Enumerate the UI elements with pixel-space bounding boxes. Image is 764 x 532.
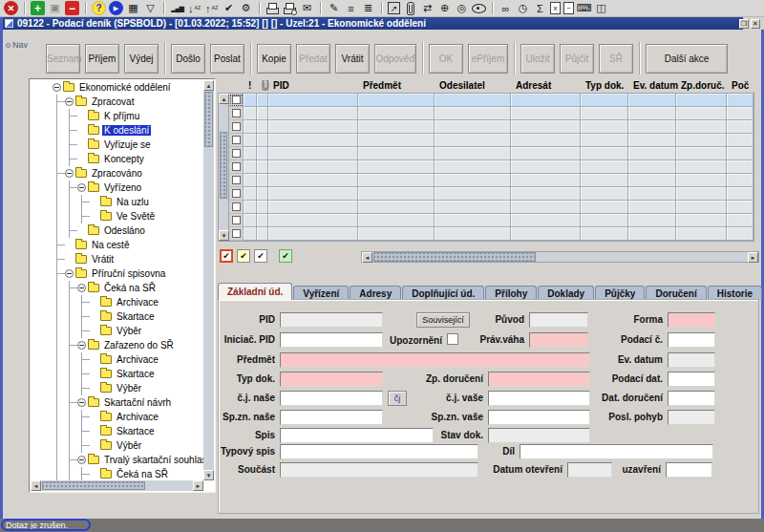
cell-col-priority[interactable] xyxy=(244,214,257,227)
our-file-mark-field[interactable] xyxy=(280,410,383,425)
cell-col-delivery[interactable] xyxy=(676,134,727,147)
cell-col-addressee[interactable] xyxy=(511,147,581,160)
tab-adresy[interactable]: Adresy xyxy=(350,286,401,300)
tree-item-odesláno[interactable]: Odesláno xyxy=(30,223,203,238)
cell-col-delivery[interactable] xyxy=(676,187,727,201)
cell-col-doc-type[interactable] xyxy=(581,174,628,187)
cell-col-attachment[interactable] xyxy=(257,107,268,120)
subject-field[interactable] xyxy=(280,352,590,368)
cell-col-doc-type[interactable] xyxy=(581,214,628,227)
cell-col-ev-date[interactable] xyxy=(628,174,676,187)
cell-col-ev-date[interactable] xyxy=(628,187,676,201)
row-select-cell[interactable] xyxy=(229,174,244,187)
scroll-up-button[interactable]: ▲ xyxy=(203,80,214,91)
cell-col-subject[interactable] xyxy=(358,134,435,147)
action-sř-button[interactable]: SŘ xyxy=(599,44,633,74)
row-select-cell[interactable] xyxy=(229,120,244,134)
cell-col-priority[interactable] xyxy=(244,107,257,120)
sum-icon[interactable]: Σ xyxy=(533,1,547,15)
last-move-field[interactable] xyxy=(668,410,715,425)
tree-collapse-toggle[interactable] xyxy=(77,284,86,292)
print-icon[interactable] xyxy=(265,1,280,15)
cell-col-addressee[interactable] xyxy=(511,107,581,120)
col-subject-header[interactable]: Předmět xyxy=(361,80,437,93)
cell-col-count[interactable] xyxy=(727,107,753,120)
globe-icon[interactable]: ⊕ xyxy=(437,1,452,15)
tree-item-ve-světě[interactable]: Ve Světě xyxy=(30,209,203,223)
cell-col-count[interactable] xyxy=(727,160,753,174)
cell-col-pid[interactable] xyxy=(268,107,358,120)
filing-date-field[interactable] xyxy=(668,372,715,387)
cell-col-subject[interactable] xyxy=(358,94,435,107)
table-row[interactable] xyxy=(229,147,753,160)
check-icon[interactable]: ✔ xyxy=(222,1,236,15)
component-field[interactable] xyxy=(280,462,478,478)
tree-horizontal-scrollbar[interactable]: ◄ ► xyxy=(31,480,203,491)
cell-col-priority[interactable] xyxy=(244,201,257,214)
tree-collapse-toggle[interactable] xyxy=(53,83,61,92)
cell-col-sender[interactable] xyxy=(435,174,511,187)
cell-col-attachment[interactable] xyxy=(257,174,268,187)
cell-col-priority[interactable] xyxy=(244,134,257,147)
glasses-icon[interactable]: ∞ xyxy=(499,1,513,15)
tab-doručení[interactable]: Doručení xyxy=(646,286,706,300)
scrollbar-thumb[interactable] xyxy=(373,252,536,262)
cell-col-priority[interactable] xyxy=(244,227,257,241)
col-addressee-header[interactable]: Adresát xyxy=(514,80,584,93)
cell-col-pid[interactable] xyxy=(268,214,358,227)
cell-col-attachment[interactable] xyxy=(257,214,268,227)
tree-item-k-odeslání[interactable]: K odeslání xyxy=(30,123,203,138)
cell-col-sender[interactable] xyxy=(435,107,511,120)
ev-date-field[interactable] xyxy=(668,352,715,368)
filter-red-checkbox[interactable]: ✔ xyxy=(220,249,233,263)
tree-item-archivace[interactable]: Archivace xyxy=(30,295,203,309)
forma-field[interactable] xyxy=(668,312,715,328)
row-checkbox[interactable] xyxy=(232,229,241,238)
cell-col-doc-type[interactable] xyxy=(581,160,628,174)
cell-col-attachment[interactable] xyxy=(257,120,268,134)
table-row[interactable] xyxy=(229,201,753,214)
cell-col-ev-date[interactable] xyxy=(628,147,676,160)
cell-col-subject[interactable] xyxy=(358,187,435,201)
tree-item-vrátit[interactable]: Vrátit xyxy=(30,252,203,266)
cell-col-subject[interactable] xyxy=(358,107,435,120)
row-select-cell[interactable] xyxy=(229,160,244,174)
table-row[interactable] xyxy=(229,214,753,227)
cell-col-addressee[interactable] xyxy=(511,120,581,134)
cell-col-sender[interactable] xyxy=(435,214,511,227)
scroll-down-button[interactable]: ▼ xyxy=(219,230,229,241)
sort-desc-icon[interactable]: ↓AZ xyxy=(187,1,202,15)
cell-col-count[interactable] xyxy=(727,174,753,187)
cell-col-ev-date[interactable] xyxy=(628,201,676,214)
calendar-icon[interactable]: ▦ xyxy=(126,1,140,15)
row-select-cell[interactable] xyxy=(229,187,244,201)
tree-item-čeká-na-sř[interactable]: Čeká na SŘ xyxy=(30,281,203,295)
cell-col-delivery[interactable] xyxy=(676,107,727,120)
cell-col-doc-type[interactable] xyxy=(581,147,628,160)
action-ok-button[interactable]: OK xyxy=(429,44,463,74)
col-count-header[interactable]: Poč xyxy=(730,80,756,93)
tree-item-příruční-spisovna[interactable]: Příruční spisovna xyxy=(30,266,203,281)
cell-col-sender[interactable] xyxy=(435,94,511,107)
tab-vyřízení[interactable]: Vyřízení xyxy=(293,286,349,300)
tree-item-zpracovat[interactable]: Zpracovat xyxy=(30,95,203,109)
tree-item-koncepty[interactable]: Koncepty xyxy=(30,152,203,166)
external-link-icon[interactable]: ↗ xyxy=(388,2,400,14)
help-icon[interactable]: ? xyxy=(92,1,106,15)
row-checkbox[interactable] xyxy=(232,202,241,211)
close-window-button[interactable]: ✕ xyxy=(751,19,760,29)
excel-export-icon[interactable]: x xyxy=(550,2,561,14)
cell-col-subject[interactable] xyxy=(358,227,435,241)
volume-field[interactable] xyxy=(520,444,713,459)
cell-col-priority[interactable] xyxy=(244,120,257,134)
row-checkbox[interactable] xyxy=(232,149,241,158)
row-select-cell[interactable] xyxy=(229,107,244,120)
cell-col-delivery[interactable] xyxy=(676,94,727,107)
cell-col-pid[interactable] xyxy=(268,174,358,187)
cell-col-attachment[interactable] xyxy=(257,227,268,241)
cell-col-priority[interactable] xyxy=(244,160,257,174)
table-row[interactable] xyxy=(229,187,753,201)
cell-col-addressee[interactable] xyxy=(511,201,581,214)
cell-col-delivery[interactable] xyxy=(676,201,727,214)
table-row[interactable] xyxy=(229,120,753,134)
